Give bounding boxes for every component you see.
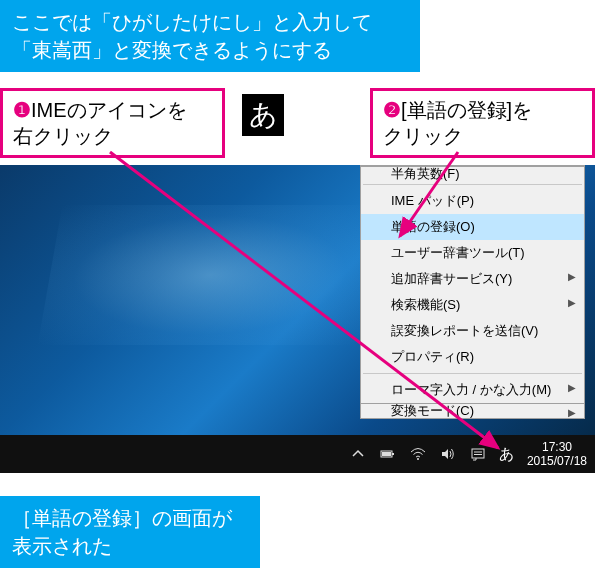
desktop-screenshot: 半角英数(F) IME パッド(P)単語の登録(O)ユーザー辞書ツール(T)追加… bbox=[0, 165, 595, 473]
menu-item-label: 変換モード(C) bbox=[391, 403, 474, 418]
intro-line2: 「東嵩西」と変換できるようにする bbox=[12, 39, 332, 61]
submenu-arrow-icon: ▶ bbox=[568, 382, 576, 393]
clock-time: 17:30 bbox=[527, 440, 587, 454]
step2-line1: [単語の登録]を bbox=[401, 99, 532, 121]
menu-item[interactable]: 変換モード(C)▶ bbox=[361, 403, 584, 418]
volume-icon[interactable] bbox=[438, 444, 458, 464]
menu-item[interactable]: 追加辞書サービス(Y)▶ bbox=[361, 266, 584, 292]
menu-separator bbox=[363, 373, 582, 374]
menu-item-label: ローマ字入力 / かな入力(M) bbox=[391, 382, 551, 397]
menu-item[interactable]: 誤変換レポートを送信(V) bbox=[361, 318, 584, 344]
step1-line2: 右クリック bbox=[13, 125, 113, 147]
menu-item[interactable]: プロパティ(R) bbox=[361, 344, 584, 370]
notification-icon[interactable] bbox=[468, 444, 488, 464]
result-callout: ［単語の登録］の画面が 表示された bbox=[0, 496, 260, 568]
submenu-arrow-icon: ▶ bbox=[568, 297, 576, 308]
menu-item-label: 検索機能(S) bbox=[391, 297, 460, 312]
step2-num: ❷ bbox=[383, 99, 401, 121]
battery-icon[interactable] bbox=[378, 444, 398, 464]
menu-item[interactable]: IME パッド(P) bbox=[361, 188, 584, 214]
menu-item-label: 単語の登録(O) bbox=[391, 219, 475, 234]
menu-item-cutoff[interactable]: 半角英数(F) bbox=[361, 166, 584, 181]
clock-date: 2015/07/18 bbox=[527, 454, 587, 468]
svg-point-3 bbox=[417, 458, 419, 460]
menu-item-label: 誤変換レポートを送信(V) bbox=[391, 323, 538, 338]
step1-line1: IMEのアイコンを bbox=[31, 99, 187, 121]
svg-rect-2 bbox=[382, 452, 391, 456]
intro-callout: ここでは「ひがしたけにし」と入力して 「東嵩西」と変換できるようにする bbox=[0, 0, 420, 72]
step2-callout: ❷[単語の登録]を クリック bbox=[370, 88, 595, 158]
result-line2: 表示された bbox=[12, 535, 112, 557]
result-line1: ［単語の登録］の画面が bbox=[12, 507, 232, 529]
ime-demo-icon: あ bbox=[242, 94, 284, 136]
taskbar-clock[interactable]: 17:30 2015/07/18 bbox=[527, 440, 587, 469]
submenu-arrow-icon: ▶ bbox=[568, 409, 576, 417]
wifi-icon[interactable] bbox=[408, 444, 428, 464]
taskbar: あ 17:30 2015/07/18 bbox=[0, 435, 595, 473]
menu-item[interactable]: ローマ字入力 / かな入力(M)▶ bbox=[361, 377, 584, 403]
ime-tray-icon[interactable]: あ bbox=[497, 444, 517, 464]
menu-item[interactable]: ユーザー辞書ツール(T) bbox=[361, 240, 584, 266]
intro-line1: ここでは「ひがしたけにし」と入力して bbox=[12, 11, 372, 33]
menu-item[interactable]: 検索機能(S)▶ bbox=[361, 292, 584, 318]
step1-num: ❶ bbox=[13, 99, 31, 121]
desktop-wallpaper-glow bbox=[38, 205, 383, 345]
menu-item-label: IME パッド(P) bbox=[391, 193, 474, 208]
step1-callout: ❶IMEのアイコンを 右クリック bbox=[0, 88, 225, 158]
ime-context-menu: 半角英数(F) IME パッド(P)単語の登録(O)ユーザー辞書ツール(T)追加… bbox=[360, 165, 585, 419]
menu-item[interactable]: 単語の登録(O) bbox=[361, 214, 584, 240]
menu-item-label: プロパティ(R) bbox=[391, 349, 474, 364]
svg-rect-1 bbox=[392, 453, 394, 455]
tray-expand-icon[interactable] bbox=[348, 444, 368, 464]
menu-item-label: ユーザー辞書ツール(T) bbox=[391, 245, 525, 260]
submenu-arrow-icon: ▶ bbox=[568, 271, 576, 282]
menu-item-label: 追加辞書サービス(Y) bbox=[391, 271, 512, 286]
step2-line2: クリック bbox=[383, 125, 463, 147]
svg-rect-4 bbox=[472, 449, 484, 458]
menu-separator bbox=[363, 184, 582, 185]
